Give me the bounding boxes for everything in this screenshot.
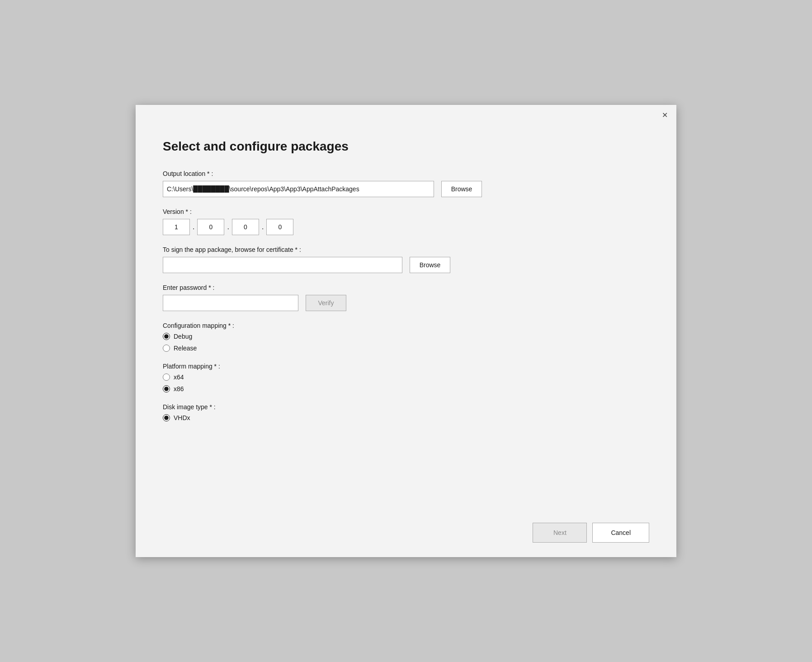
verify-button[interactable]: Verify — [306, 295, 346, 311]
output-location-label: Output location * : — [163, 170, 649, 177]
platform-x86-radio[interactable] — [163, 385, 170, 392]
disk-image-type-group: VHDx — [163, 414, 649, 421]
config-debug-radio[interactable] — [163, 333, 170, 340]
config-release-option[interactable]: Release — [163, 345, 649, 352]
platform-x64-radio[interactable] — [163, 374, 170, 381]
next-button[interactable]: Next — [533, 523, 587, 543]
cancel-button[interactable]: Cancel — [592, 523, 649, 543]
config-debug-label: Debug — [174, 333, 192, 340]
version-major-input[interactable] — [163, 219, 190, 235]
platform-x86-option[interactable]: x86 — [163, 385, 649, 392]
version-section: Version * : . . . — [163, 208, 649, 235]
output-location-browse-button[interactable]: Browse — [441, 181, 482, 197]
configuration-mapping-label: Configuration mapping * : — [163, 322, 649, 329]
platform-x86-label: x86 — [174, 385, 184, 392]
dialog-container: ✕ Select and configure packages Output l… — [136, 105, 676, 557]
certificate-input[interactable] — [163, 257, 402, 273]
version-dot-3: . — [261, 223, 264, 231]
output-location-input[interactable] — [163, 181, 434, 197]
version-label: Version * : — [163, 208, 649, 215]
disk-vhdx-label: VHDx — [174, 414, 190, 421]
disk-vhdx-option[interactable]: VHDx — [163, 414, 649, 421]
certificate-browse-button[interactable]: Browse — [410, 257, 450, 273]
platform-mapping-group: x64 x86 — [163, 374, 649, 392]
version-dot-2: . — [226, 223, 230, 231]
platform-mapping-section: Platform mapping * : x64 x86 — [163, 363, 649, 392]
password-label: Enter password * : — [163, 284, 649, 291]
configuration-mapping-group: Debug Release — [163, 333, 649, 352]
platform-x64-label: x64 — [174, 374, 184, 381]
password-section: Enter password * : Verify — [163, 284, 649, 311]
configuration-mapping-section: Configuration mapping * : Debug Release — [163, 322, 649, 352]
platform-x64-option[interactable]: x64 — [163, 374, 649, 381]
dialog-titlebar: ✕ — [136, 105, 676, 125]
version-patch-input[interactable] — [232, 219, 259, 235]
disk-image-type-label: Disk image type * : — [163, 403, 649, 411]
certificate-section: To sign the app package, browse for cert… — [163, 246, 649, 273]
dialog-title: Select and configure packages — [163, 139, 649, 154]
version-minor-input[interactable] — [197, 219, 224, 235]
certificate-label: To sign the app package, browse for cert… — [163, 246, 649, 253]
certificate-row: Browse — [163, 257, 649, 273]
platform-mapping-label: Platform mapping * : — [163, 363, 649, 370]
output-location-section: Output location * : Browse — [163, 170, 649, 197]
dialog-content: Select and configure packages Output loc… — [136, 125, 676, 514]
version-dot-1: . — [192, 223, 195, 231]
version-row: . . . — [163, 219, 649, 235]
close-button[interactable]: ✕ — [658, 109, 671, 121]
config-release-radio[interactable] — [163, 345, 170, 352]
disk-image-type-section: Disk image type * : VHDx — [163, 403, 649, 421]
config-release-label: Release — [174, 345, 197, 352]
password-row: Verify — [163, 295, 649, 311]
password-input[interactable] — [163, 295, 298, 311]
dialog-footer: Next Cancel — [136, 514, 676, 557]
config-debug-option[interactable]: Debug — [163, 333, 649, 340]
output-location-row: Browse — [163, 181, 649, 197]
version-build-input[interactable] — [266, 219, 293, 235]
disk-vhdx-radio[interactable] — [163, 414, 170, 421]
